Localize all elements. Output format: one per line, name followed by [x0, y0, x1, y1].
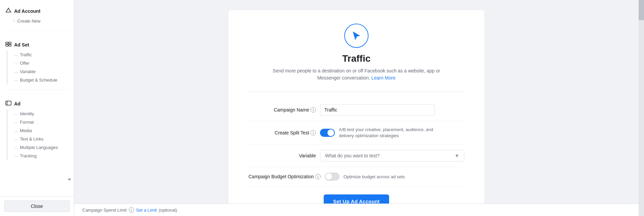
- sidebar-item-multiple-languages[interactable]: Multiple Languages: [7, 143, 70, 152]
- spend-limit-label: Campaign Spend Limit: [82, 208, 127, 213]
- split-test-description: A/B test your creative, placement, audie…: [339, 127, 433, 139]
- variable-row: Variable What do you want to test? ▼: [248, 145, 464, 167]
- header-divider: [248, 92, 464, 92]
- split-test-toggle-thumb: [327, 129, 334, 136]
- variable-control: What do you want to test? ▼: [320, 150, 464, 161]
- create-split-test-row: Create Split Test i A/B test your creati…: [248, 121, 464, 145]
- create-new-item[interactable]: Create New: [4, 17, 70, 25]
- campaign-name-control: [320, 104, 464, 116]
- ad-icon: [5, 100, 11, 107]
- optional-label: (optional): [159, 208, 177, 213]
- cta-row: Set Up Ad Account: [248, 194, 464, 204]
- bottom-bar: Campaign Spend Limit i Set a Limit (opti…: [74, 204, 639, 216]
- sidebar-divider-2: [4, 90, 70, 90]
- campaign-name-label-group: Campaign Name i: [248, 107, 316, 113]
- budget-optimization-row: Campaign Budget Optimization i Optimize …: [248, 167, 464, 186]
- sidebar-item-format[interactable]: Format: [7, 118, 70, 126]
- budget-toggle-container: Optimize budget across ad sets: [325, 173, 464, 181]
- variable-label: Variable: [248, 153, 316, 158]
- scrollbar-thumb[interactable]: [639, 0, 644, 20]
- budget-toggle-track[interactable]: [325, 173, 340, 181]
- sidebar-item-tracking[interactable]: Tracking: [7, 152, 70, 160]
- spend-limit-info-icon[interactable]: i: [129, 207, 134, 213]
- budget-toggle-thumb: [325, 173, 332, 180]
- ad-account-label: Ad Account: [14, 8, 40, 14]
- create-new-label: Create New: [17, 19, 40, 24]
- ad-account-section: Ad Account Create New: [0, 0, 74, 28]
- split-test-label-group: Create Split Test i: [248, 130, 316, 135]
- campaign-name-info-icon[interactable]: i: [311, 107, 316, 113]
- budget-control: Optimize budget across ad sets: [325, 173, 464, 181]
- budget-toggle[interactable]: [325, 173, 340, 181]
- sidebar-item-media[interactable]: Media: [7, 126, 70, 135]
- campaign-name-input[interactable]: [320, 104, 435, 116]
- traffic-icon-circle: [344, 24, 369, 48]
- svg-marker-0: [6, 8, 11, 12]
- budget-label: Campaign Budget Optimization: [248, 174, 314, 179]
- variable-label-text: Variable: [299, 153, 316, 158]
- ad-set-section: Ad Set Traffic Offer Variable Budget & S…: [0, 34, 74, 87]
- card-header: Traffic Send more people to a destinatio…: [248, 24, 464, 82]
- svg-rect-2: [9, 42, 11, 44]
- campaign-name-label: Campaign Name: [274, 107, 309, 113]
- content-wrapper: Traffic Send more people to a destinatio…: [74, 0, 639, 204]
- sidebar: Ad Account Create New Ad Set Traffic Off…: [0, 0, 74, 216]
- sidebar-item-variable[interactable]: Variable: [7, 67, 70, 76]
- close-button[interactable]: Close: [4, 200, 70, 212]
- split-test-control: A/B test your creative, placement, audie…: [320, 127, 464, 139]
- ad-set-icon: [5, 41, 11, 49]
- scroll-down-arrow[interactable]: [68, 179, 71, 181]
- budget-info-icon[interactable]: i: [315, 174, 321, 179]
- main-card: Traffic Send more people to a destinatio…: [228, 10, 485, 204]
- sidebar-item-identity[interactable]: Identity: [7, 110, 70, 118]
- variable-dropdown-text: What do you want to test?: [325, 153, 380, 158]
- svg-rect-1: [6, 42, 8, 44]
- sidebar-item-text-links[interactable]: Text & Links: [7, 135, 70, 143]
- set-limit-link[interactable]: Set a Limit: [136, 208, 157, 213]
- variable-dropdown[interactable]: What do you want to test? ▼: [320, 150, 464, 161]
- main-area: Traffic Send more people to a destinatio…: [74, 0, 639, 216]
- svg-rect-4: [9, 44, 11, 46]
- split-test-toggle-container: A/B test your creative, placement, audie…: [320, 127, 464, 139]
- description-text: Send more people to a destination on or …: [273, 68, 440, 81]
- split-test-label: Create Split Test: [275, 130, 309, 135]
- page-description: Send more people to a destination on or …: [272, 67, 441, 82]
- budget-label-group: Campaign Budget Optimization i: [248, 174, 321, 179]
- sidebar-divider-1: [4, 31, 70, 31]
- svg-rect-3: [6, 44, 8, 46]
- budget-description: Optimize budget across ad sets: [344, 174, 405, 179]
- campaign-name-row: Campaign Name i: [248, 99, 464, 121]
- ad-account-header: Ad Account: [4, 5, 70, 17]
- split-test-toggle[interactable]: [320, 129, 335, 137]
- svg-rect-5: [6, 101, 11, 105]
- ad-section: Ad Identity Format Media Text & Links Mu…: [0, 93, 74, 163]
- page-title: Traffic: [342, 53, 371, 64]
- close-button-wrapper: Close: [0, 196, 74, 216]
- dropdown-arrow-icon: ▼: [455, 153, 459, 158]
- sidebar-item-budget-schedule[interactable]: Budget & Schedule: [7, 76, 70, 84]
- set-up-ad-account-button[interactable]: Set Up Ad Account: [324, 194, 389, 204]
- ad-account-icon: [5, 7, 11, 15]
- split-test-toggle-track[interactable]: [320, 129, 335, 137]
- split-test-info-icon[interactable]: i: [311, 130, 316, 135]
- sidebar-item-offer[interactable]: Offer: [7, 59, 70, 67]
- ad-label: Ad: [14, 101, 21, 106]
- cursor-icon: [350, 30, 362, 42]
- ad-header: Ad: [4, 98, 70, 110]
- sidebar-item-traffic[interactable]: Traffic: [7, 51, 70, 59]
- ad-set-header: Ad Set: [4, 39, 70, 51]
- ad-set-label: Ad Set: [14, 42, 29, 48]
- learn-more-link[interactable]: Learn More: [371, 75, 396, 81]
- right-scrollbar: [639, 0, 644, 216]
